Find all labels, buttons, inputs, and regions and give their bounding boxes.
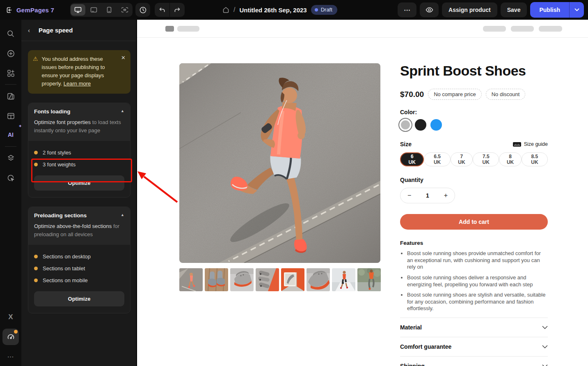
panel-header: ‹ Page speed xyxy=(21,20,136,41)
publish-dropdown-button[interactable] xyxy=(569,2,584,18)
list-item: Sections on mobile xyxy=(34,274,124,286)
skeleton-bar xyxy=(177,26,199,32)
size-option-65uk[interactable]: 6.5 UK xyxy=(424,152,450,166)
x-logo-icon[interactable]: X xyxy=(2,309,19,325)
section-title: Preloading sections xyxy=(34,212,124,219)
list-item: 2 font styles xyxy=(34,147,124,159)
home-icon[interactable] xyxy=(222,7,229,13)
notification-dot xyxy=(14,330,18,334)
undo-icon[interactable] xyxy=(155,3,169,17)
quantity-stepper: − 1 + xyxy=(400,188,455,203)
quantity-increase-button[interactable]: + xyxy=(444,192,448,199)
publish-button[interactable]: Publish xyxy=(530,2,569,18)
product-title: Sprint Boost Shoes xyxy=(400,63,548,79)
thumbnail-runner-on-road[interactable] xyxy=(179,268,203,291)
publish-split-button: Publish xyxy=(530,2,584,18)
brand[interactable]: GemPages 7 xyxy=(6,0,54,20)
panel-title: Page speed xyxy=(39,27,73,34)
price-row: $70.00 No compare price No discount xyxy=(400,89,548,100)
add-to-cart-button[interactable]: Add to cart xyxy=(400,214,548,230)
feature-item: Boost sole running shoes are stylish and… xyxy=(407,292,548,312)
more-icon[interactable]: ⋯ xyxy=(2,348,19,365)
ruler-icon xyxy=(513,142,521,147)
desktop-icon[interactable] xyxy=(71,4,85,16)
bullet-dot-icon xyxy=(34,279,38,282)
skeleton-bar xyxy=(511,26,534,32)
more-button[interactable]: ⋯ xyxy=(398,2,416,17)
size-option-6uk[interactable]: 6 UK xyxy=(400,152,424,166)
learn-more-link[interactable]: Learn more xyxy=(64,81,91,87)
size-option-7uk[interactable]: 7 UK xyxy=(451,152,473,166)
collapse-caret-icon[interactable]: ▲ xyxy=(121,213,124,217)
close-icon[interactable]: ✕ xyxy=(121,55,126,61)
thumbnail-laces-closeup[interactable] xyxy=(256,268,279,291)
feature-item: Boost sole running shoes deliver a respo… xyxy=(407,274,548,288)
tablet-icon[interactable] xyxy=(86,4,101,16)
search-icon[interactable] xyxy=(2,25,19,42)
product-details: Sprint Boost Shoes $70.00 No compare pri… xyxy=(400,63,548,366)
thumbnail-shoe-in-box[interactable] xyxy=(281,268,304,291)
exit-icon[interactable] xyxy=(6,7,13,14)
optimize-preloading-button[interactable]: Optimize xyxy=(34,291,124,306)
preview-eye-button[interactable] xyxy=(420,2,439,17)
features-title: Features xyxy=(400,240,548,246)
redo-icon[interactable] xyxy=(170,3,185,17)
swatch-grey[interactable] xyxy=(400,120,411,130)
interaction-icon[interactable] xyxy=(2,170,19,186)
quantity-decrease-button[interactable]: − xyxy=(407,192,411,199)
add-element-icon[interactable] xyxy=(2,45,19,62)
mobile-icon[interactable] xyxy=(102,4,117,16)
size-guide-link[interactable]: Size guide xyxy=(513,141,548,147)
list-item: 3 font weights xyxy=(34,159,124,170)
add-section-icon[interactable] xyxy=(2,65,19,81)
optimize-fonts-button[interactable]: Optimize xyxy=(34,175,124,191)
swatch-black[interactable] xyxy=(415,119,426,131)
thumbnail-grey-shoe-orange-sole[interactable] xyxy=(307,268,330,291)
back-chevron-icon[interactable]: ‹ xyxy=(28,27,33,34)
size-option-8uk[interactable]: 8 UK xyxy=(499,152,521,166)
list-item: Sections on desktop xyxy=(34,251,124,262)
page-speed-icon[interactable] xyxy=(2,329,19,345)
history-button[interactable] xyxy=(135,3,150,17)
left-icon-rail: AI✦ X ⋯ xyxy=(0,20,21,366)
thumbnail-shoes-on-wood-floor[interactable] xyxy=(205,268,228,291)
accordion-shipping[interactable]: Shipping xyxy=(400,356,548,366)
layout-icon[interactable] xyxy=(2,108,19,124)
size-option-75uk[interactable]: 7.5 UK xyxy=(473,152,499,166)
status-badge: Draft xyxy=(311,5,337,15)
app-title: GemPages 7 xyxy=(16,7,54,14)
page-speed-panel: ‹ Page speed ⚠ You should address these … xyxy=(21,20,137,366)
save-button[interactable]: Save xyxy=(501,2,527,17)
layers-icon[interactable] xyxy=(2,150,19,166)
product-main-image[interactable] xyxy=(179,63,380,263)
bullet-dot-icon xyxy=(34,267,38,270)
assign-product-button[interactable]: Assign product xyxy=(442,2,497,17)
chevron-down-icon xyxy=(542,326,548,329)
color-swatches xyxy=(400,119,548,131)
page-title[interactable]: Untitled 26th Sep, 2023 xyxy=(239,7,307,14)
bullet-dot-icon xyxy=(34,255,38,258)
quantity-label: Quantity xyxy=(400,177,548,183)
warning-banner: ⚠ You should address these issues before… xyxy=(28,50,130,94)
quantity-value: 1 xyxy=(426,192,429,199)
collapse-caret-icon[interactable]: ▲ xyxy=(121,109,124,113)
warning-text: You should address these issues before p… xyxy=(42,55,114,88)
size-option-85uk[interactable]: 8.5 UK xyxy=(522,152,548,166)
accordion-group: Material Comfort guarantee Shipping xyxy=(400,318,548,366)
accordion-material[interactable]: Material xyxy=(400,318,548,337)
compare-price-badge: No compare price xyxy=(428,89,482,100)
feature-item: Boost sole running shoes provide unmatch… xyxy=(407,250,548,271)
device-switcher xyxy=(70,3,133,17)
accordion-comfort-guarantee[interactable]: Comfort guarantee xyxy=(400,337,548,356)
warning-icon: ⚠ xyxy=(33,55,38,88)
swatch-blue[interactable] xyxy=(430,119,442,131)
history-icon xyxy=(135,3,150,17)
templates-icon[interactable] xyxy=(2,88,19,104)
thumbnail-strip xyxy=(179,268,381,291)
thumbnail-runner-outdoors[interactable] xyxy=(357,268,381,291)
thumbnail-man-running[interactable] xyxy=(332,268,355,291)
responsive-icon[interactable] xyxy=(117,4,132,16)
section-description: Optimize font properties to load texts i… xyxy=(34,118,124,135)
ai-icon[interactable]: AI✦ xyxy=(2,127,19,143)
thumbnail-pair-grey-shoes[interactable] xyxy=(230,268,254,291)
